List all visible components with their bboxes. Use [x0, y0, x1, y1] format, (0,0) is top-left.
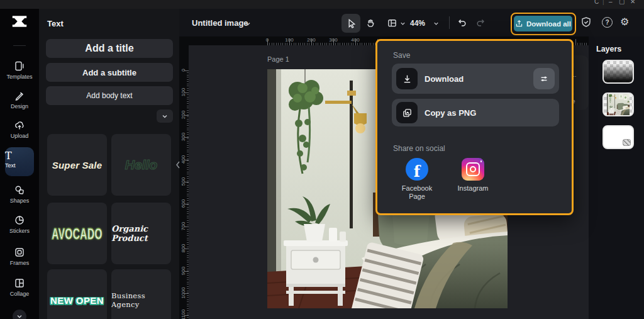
export-icon	[515, 20, 523, 28]
copy-as-png-option[interactable]: Copy as PNG	[392, 99, 559, 126]
text-panel: Text Add a title Add a subtitle Add body…	[39, 9, 179, 319]
v-ruler-label: 700	[180, 219, 186, 234]
download-all-button[interactable]: Download all	[514, 16, 572, 31]
ruler-corner	[179, 36, 189, 45]
layer-thumbnail-gradient[interactable]	[602, 60, 634, 84]
upload-icon	[14, 120, 25, 131]
document-title[interactable]: Untitled image	[192, 18, 248, 28]
h-ruler-label: 200	[307, 37, 315, 43]
add-title-button[interactable]: Add a title	[46, 39, 173, 58]
text-preset-business-agency[interactable]: Business Agency	[111, 269, 171, 319]
stickers-icon	[14, 215, 25, 226]
v-ruler-label: 1100	[180, 308, 186, 319]
bedroom-photo-thumb	[607, 93, 630, 116]
share-section-label: Share on social	[393, 144, 445, 153]
download-icon-tile	[396, 68, 418, 89]
download-all-highlight: Download all	[511, 13, 576, 35]
layer-thumbnail-photo[interactable]	[602, 92, 634, 116]
text-preset-avocado[interactable]: AVOCADO	[47, 203, 107, 264]
collapse-panel-icon[interactable]	[175, 160, 180, 169]
chevron-down-icon[interactable]	[399, 20, 406, 27]
add-subtitle-button[interactable]: Add a subtitle	[46, 63, 173, 82]
v-ruler-label: 1000	[180, 286, 186, 301]
sidebar-item-text[interactable]: T Text	[5, 147, 34, 176]
v-ruler-label: 600	[180, 196, 186, 211]
download-option[interactable]: Download	[392, 64, 559, 94]
layout-icon[interactable]	[387, 18, 397, 28]
cursor-icon	[346, 18, 357, 29]
h-ruler-label: 100	[285, 37, 293, 43]
v-ruler-label: 800	[180, 241, 186, 256]
text-preset-new-open[interactable]: NEW OPEN	[47, 269, 107, 319]
rail-divider	[13, 45, 26, 46]
sidebar-item-frames[interactable]: Frames	[0, 247, 39, 266]
v-ruler-label: 100	[180, 85, 186, 100]
layer-thumbnail-background[interactable]	[602, 125, 634, 149]
settings-icon[interactable]: ⚙	[620, 16, 629, 28]
sidebar-item-stickers[interactable]: Stickers	[0, 215, 39, 234]
sidebar-item-shapes[interactable]: Shapes	[0, 184, 39, 204]
v-ruler-label: 400	[180, 152, 186, 167]
refresh-icon[interactable]: C	[594, 0, 599, 5]
expand-presets-button[interactable]	[157, 109, 173, 123]
v-ruler-label: 500	[180, 174, 186, 189]
undo-icon[interactable]	[457, 17, 467, 28]
capcut-editor-window: C | – ▢ ✕ Templates Design	[0, 0, 644, 319]
design-icon	[14, 90, 25, 101]
h-ruler-label: 0	[266, 37, 269, 43]
share-facebook-button[interactable]: f Facebook Page	[393, 158, 441, 201]
window-titlebar: C | – ▢ ✕	[0, 0, 644, 9]
v-ruler-label: 0	[180, 63, 186, 78]
layers-panel: Layers	[589, 36, 644, 319]
share-instagram-button[interactable]: Instagram	[451, 158, 495, 193]
download-icon	[402, 74, 413, 84]
pattern-badge-icon	[623, 139, 631, 146]
maximize-icon[interactable]: ▢	[619, 0, 625, 5]
shapes-icon	[14, 184, 25, 196]
sidebar-item-collage[interactable]: Collage	[0, 277, 39, 297]
text-tool-icon: T	[5, 150, 34, 162]
chevron-down-icon	[16, 313, 23, 319]
save-section-label: Save	[393, 51, 410, 60]
editor-topbar: Untitled image 44%	[179, 9, 644, 36]
h-ruler-label: 300	[329, 37, 337, 43]
close-icon[interactable]: ✕	[630, 0, 635, 5]
sidebar-item-design[interactable]: Design	[0, 90, 39, 109]
chevron-down-icon[interactable]	[433, 20, 440, 27]
copy-image-icon	[402, 108, 413, 118]
zoom-level[interactable]: 44%	[410, 19, 425, 28]
panel-title: Text	[47, 19, 64, 28]
frames-icon	[14, 247, 25, 258]
sidebar-rail: Templates Design Upload T Text Shapes	[0, 9, 39, 319]
sidebar-more-button[interactable]	[13, 310, 26, 319]
shield-check-icon[interactable]	[580, 16, 592, 28]
download-settings-button[interactable]	[533, 68, 555, 89]
sliders-icon	[539, 74, 549, 84]
minimize-icon[interactable]: –	[609, 0, 613, 5]
gradient-overlay	[604, 61, 633, 82]
add-body-text-button[interactable]: Add body text	[46, 86, 173, 105]
page-label: Page 1	[267, 55, 289, 63]
select-tool-button[interactable]	[341, 14, 360, 33]
chevron-down-icon[interactable]	[244, 20, 252, 28]
instagram-icon	[462, 158, 484, 181]
collage-icon	[14, 277, 25, 289]
layers-title: Layers	[596, 45, 621, 53]
toolbar-divider	[449, 16, 450, 29]
hand-tool-icon[interactable]	[365, 18, 376, 28]
sidebar-item-upload[interactable]: Upload	[0, 120, 39, 139]
redo-icon[interactable]	[475, 17, 486, 28]
h-ruler-label: 400	[351, 37, 359, 43]
v-ruler-label: 300	[180, 130, 186, 145]
help-icon[interactable]: ?	[602, 17, 613, 28]
copy-icon-tile	[396, 102, 418, 123]
chevron-down-icon	[161, 113, 169, 120]
text-preset-organic-product[interactable]: Organic Product	[111, 203, 171, 264]
templates-icon	[14, 60, 25, 72]
titlebar-divider: |	[602, 0, 604, 5]
save-popup: Save Download	[375, 39, 574, 215]
text-preset-super-sale[interactable]: Super Sale	[47, 134, 107, 196]
text-preset-hello[interactable]: Hello	[111, 134, 171, 196]
capcut-logo-icon	[10, 14, 29, 29]
sidebar-item-templates[interactable]: Templates	[0, 60, 39, 80]
